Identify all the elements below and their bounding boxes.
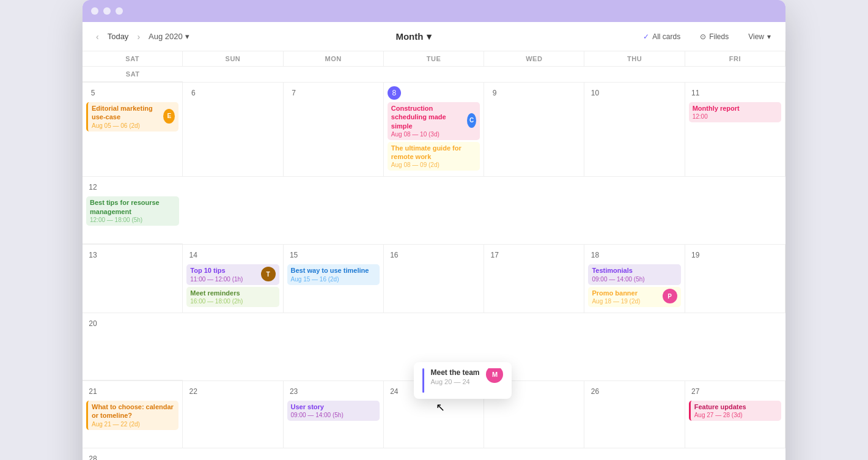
day-number-12: 12 [86, 180, 100, 194]
day-19[interactable]: 19 [685, 245, 785, 313]
event-feature-updates-title: Feature updates [694, 402, 778, 411]
day-17[interactable]: 17 [484, 245, 584, 313]
day-5[interactable]: 5 Editorial marketing use-case Aug 05 — … [83, 83, 183, 177]
event-construction[interactable]: Construction scheduling made simple Aug … [388, 102, 480, 140]
day-28[interactable]: 28 [83, 448, 183, 460]
event-monthly-report-title: Monthly report [693, 104, 778, 113]
today-button[interactable]: Today [108, 32, 129, 41]
day-15[interactable]: 15 Best way to use timeline Aug 15 — 16 … [284, 245, 384, 313]
event-construction-title: Construction scheduling made simple [391, 104, 467, 130]
avatar-top10: T [261, 267, 276, 281]
event-top10[interactable]: Top 10 tips 11:00 — 12:00 (1h) T [186, 264, 279, 284]
app-window: ‹ Today › Aug 2020 ▾ Month ▾ ✓ All cards… [83, 0, 785, 460]
check-circle-icon: ✓ [643, 32, 649, 41]
day-11[interactable]: 11 Monthly report 12:00 [685, 83, 785, 177]
chevron-down-icon-2: ▾ [427, 31, 432, 42]
event-best-tips-time: 12:00 — 18:00 (5h) [90, 216, 175, 224]
event-monthly-report[interactable]: Monthly report 12:00 [689, 102, 781, 122]
day-24[interactable]: 24 M Meet the team Aug 20 — 24 ↖ [384, 381, 484, 448]
day-number-7: 7 [287, 86, 301, 100]
day-21[interactable]: 21 What to choose: calendar or tomeline?… [83, 381, 183, 448]
event-best-way[interactable]: Best way to use timeline Aug 15 — 16 (2d… [287, 264, 380, 284]
event-what-to-choose[interactable]: What to choose: calendar or tomeline? Au… [86, 401, 178, 430]
calendar-day-headers: SAT SUN MON TUE WED THU FRI SAT [83, 51, 785, 83]
navbar: ‹ Today › Aug 2020 ▾ Month ▾ ✓ All cards… [83, 22, 785, 51]
event-ultimate-title: The ultimate guide for remote work [391, 144, 476, 161]
day-number-17: 17 [488, 248, 501, 262]
day-9[interactable]: 9 [484, 83, 584, 177]
nav-left: ‹ Today › Aug 2020 ▾ [92, 31, 189, 43]
fileds-button[interactable]: ⊙ Fileds [695, 30, 734, 43]
next-button[interactable]: › [133, 31, 144, 43]
titlebar-dot-1 [91, 7, 98, 15]
event-monthly-report-time: 12:00 [693, 113, 778, 121]
event-best-tips[interactable]: Best tips for resourse management 12:00 … [86, 196, 179, 226]
day-12[interactable]: 12 Best tips for resourse management 12:… [83, 177, 183, 244]
event-user-story-week3-title: User story [291, 402, 376, 411]
event-editorial-title: Editorial marketing use-case [92, 104, 163, 122]
event-editorial[interactable]: Editorial marketing use-case Aug 05 — 06… [86, 102, 178, 132]
event-user-story-week3[interactable]: User story 09:00 — 14:00 (5h) [287, 401, 380, 421]
event-feature-updates[interactable]: Feature updates Aug 27 — 28 (3d) [689, 401, 781, 421]
day-number-21: 21 [86, 385, 100, 398]
titlebar [83, 0, 785, 22]
event-best-tips-title: Best tips for resourse management [90, 198, 175, 216]
event-editorial-time: Aug 05 — 06 (2d) [92, 122, 163, 130]
view-button[interactable]: View ▾ [743, 30, 776, 43]
day-number-20: 20 [86, 317, 100, 330]
event-user-story-week3-time: 09:00 — 14:00 (5h) [291, 411, 376, 419]
day-number-24: 24 [388, 385, 401, 398]
day-number-27: 27 [689, 385, 702, 398]
event-ultimate[interactable]: The ultimate guide for remote work Aug 0… [388, 142, 480, 171]
day-6[interactable]: 6 [183, 83, 283, 177]
header-wed: WED [484, 51, 584, 67]
event-promo[interactable]: Promo banner Aug 18 — 19 (2d) P [588, 287, 680, 307]
toggle-icon: ⊙ [700, 32, 706, 41]
day-13[interactable]: 13 [83, 245, 183, 313]
all-cards-button[interactable]: ✓ All cards [638, 30, 685, 43]
event-best-way-title: Best way to use timeline [291, 266, 376, 275]
day-16[interactable]: 16 [384, 245, 484, 313]
header-thu: THU [584, 51, 685, 67]
day-number-19: 19 [689, 248, 702, 262]
avatar-construction: C [467, 113, 476, 128]
day-number-8: 8 [388, 86, 401, 100]
month-view-selector[interactable]: Month ▾ [395, 31, 432, 42]
titlebar-dot-3 [116, 7, 123, 15]
day-number-9: 9 [488, 86, 501, 100]
day-22[interactable]: 22 [183, 381, 283, 448]
event-meet-reminders-title: Meet reminders [190, 289, 275, 297]
day-8[interactable]: 8 Construction scheduling made simple Au… [384, 83, 484, 177]
current-month-selector[interactable]: Aug 2020 ▾ [149, 32, 189, 41]
day-number-15: 15 [287, 248, 301, 262]
event-testimonials[interactable]: Testimonials 09:00 — 14:00 (5h) [588, 264, 680, 284]
day-10[interactable]: 10 [584, 83, 685, 177]
day-23[interactable]: 23 User story 09:00 — 14:00 (5h) [284, 381, 384, 448]
event-best-way-time: Aug 15 — 16 (2d) [291, 275, 376, 283]
chevron-down-icon-3: ▾ [767, 32, 771, 41]
event-top10-title: Top 10 tips [190, 266, 243, 275]
day-20[interactable]: 20 [83, 313, 183, 380]
titlebar-dot-2 [103, 7, 111, 15]
event-meet-reminders[interactable]: Meet reminders 16:00 — 18:00 (2h) [186, 287, 279, 307]
day-number-10: 10 [588, 86, 601, 100]
day-7[interactable]: 7 [284, 83, 384, 177]
day-number-13: 13 [86, 248, 100, 262]
chevron-down-icon: ▾ [185, 32, 189, 41]
header-sun: SUN [183, 51, 283, 67]
day-18[interactable]: 18 Testimonials 09:00 — 14:00 (5h) Promo… [584, 245, 685, 313]
event-construction-time: Aug 08 — 10 (3d) [391, 130, 467, 138]
day-14[interactable]: 14 Top 10 tips 11:00 — 12:00 (1h) T Meet… [183, 245, 283, 313]
header-sat2: SAT [83, 67, 183, 82]
day-26[interactable]: 26 [584, 381, 685, 448]
header-mon: MON [284, 51, 384, 67]
week-row-2: 13 14 Top 10 tips 11:00 — 12:00 (1h) T M… [83, 245, 785, 381]
event-top10-time: 11:00 — 12:00 (1h) [190, 275, 243, 283]
event-testimonials-title: Testimonials [592, 266, 677, 275]
nav-right: ✓ All cards ⊙ Fileds View ▾ [638, 30, 776, 43]
event-promo-time: Aug 18 — 19 (2d) [592, 297, 640, 305]
day-27[interactable]: 27 Feature updates Aug 27 — 28 (3d) [685, 381, 785, 448]
day-number-6: 6 [186, 86, 200, 100]
prev-button[interactable]: ‹ [92, 31, 103, 43]
day-number-23: 23 [287, 385, 301, 398]
